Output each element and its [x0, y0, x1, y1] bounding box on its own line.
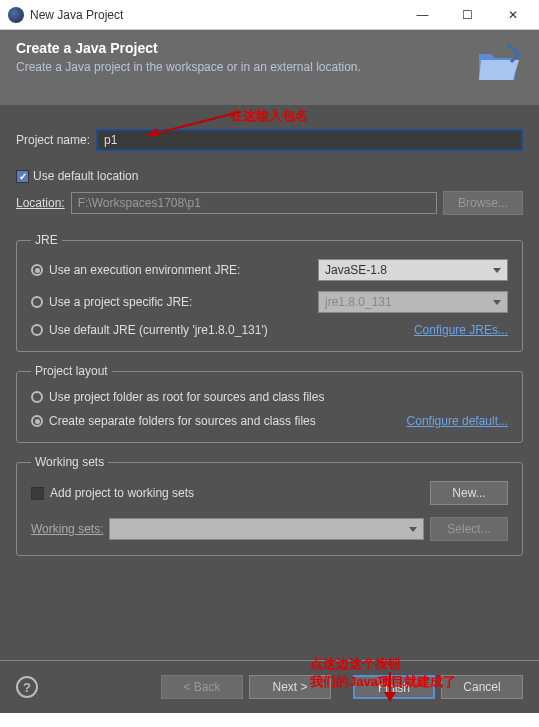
location-label: Location:	[16, 196, 65, 210]
working-sets-legend: Working sets	[31, 455, 108, 469]
jre-project-specific-label: Use a project specific JRE:	[49, 295, 192, 309]
window-title: New Java Project	[30, 8, 400, 22]
jre-exec-env-dropdown[interactable]: JavaSE-1.8	[318, 259, 508, 281]
back-button: < Back	[161, 675, 243, 699]
location-input	[71, 192, 437, 214]
close-button[interactable]: ✕	[490, 1, 535, 29]
project-layout-group: Project layout Use project folder as roo…	[16, 364, 523, 443]
help-icon[interactable]: ?	[16, 676, 38, 698]
project-name-label: Project name:	[16, 133, 90, 147]
select-working-set-button: Select...	[430, 517, 508, 541]
project-name-input[interactable]	[96, 129, 523, 151]
use-default-location-checkbox[interactable]	[16, 170, 29, 183]
header-desc: Create a Java project in the workspace o…	[16, 60, 523, 74]
project-layout-legend: Project layout	[31, 364, 112, 378]
jre-group: JRE Use an execution environment JRE: Ja…	[16, 233, 523, 352]
new-working-set-button[interactable]: New...	[430, 481, 508, 505]
add-working-sets-checkbox[interactable]	[31, 487, 44, 500]
layout-root-radio[interactable]	[31, 391, 43, 403]
finish-button[interactable]: Finish	[353, 675, 435, 699]
titlebar[interactable]: New Java Project ― ☐ ✕	[0, 0, 539, 30]
add-working-sets-label: Add project to working sets	[50, 486, 424, 500]
working-sets-label: Working sets:	[31, 522, 103, 536]
jre-project-specific-radio[interactable]	[31, 296, 43, 308]
configure-default-link[interactable]: Configure default...	[407, 414, 508, 428]
header-title: Create a Java Project	[16, 40, 523, 56]
jre-default-radio[interactable]	[31, 324, 43, 336]
cancel-button[interactable]: Cancel	[441, 675, 523, 699]
browse-button: Browse...	[443, 191, 523, 215]
maximize-button[interactable]: ☐	[445, 1, 490, 29]
jre-legend: JRE	[31, 233, 62, 247]
use-default-location-label: Use default location	[33, 169, 138, 183]
dialog-header: Create a Java Project Create a Java proj…	[0, 30, 539, 105]
jre-exec-env-label: Use an execution environment JRE:	[49, 263, 240, 277]
configure-jres-link[interactable]: Configure JREs...	[414, 323, 508, 337]
folder-icon	[475, 40, 523, 88]
jre-default-label: Use default JRE (currently 'jre1.8.0_131…	[49, 323, 268, 337]
dialog-body: Project name: Use default location Locat…	[0, 105, 539, 660]
dialog-footer: ? < Back Next > Finish Cancel	[0, 660, 539, 713]
jre-project-specific-dropdown: jre1.8.0_131	[318, 291, 508, 313]
working-sets-dropdown	[109, 518, 424, 540]
working-sets-group: Working sets Add project to working sets…	[16, 455, 523, 556]
layout-root-label: Use project folder as root for sources a…	[49, 390, 324, 404]
layout-separate-radio[interactable]	[31, 415, 43, 427]
jre-exec-env-radio[interactable]	[31, 264, 43, 276]
eclipse-icon	[8, 7, 24, 23]
minimize-button[interactable]: ―	[400, 1, 445, 29]
next-button[interactable]: Next >	[249, 675, 331, 699]
layout-separate-label: Create separate folders for sources and …	[49, 414, 316, 428]
